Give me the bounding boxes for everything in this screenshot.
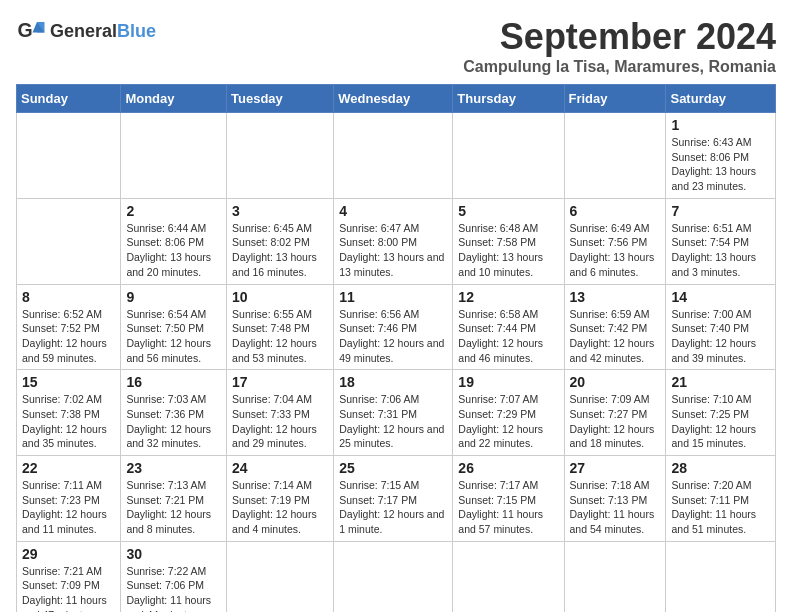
day-info: Sunrise: 6:56 AMSunset: 7:46 PMDaylight:… (339, 307, 447, 366)
calendar-day-13: 13Sunrise: 6:59 AMSunset: 7:42 PMDayligh… (564, 284, 666, 370)
calendar-day-26: 26Sunrise: 7:17 AMSunset: 7:15 PMDayligh… (453, 456, 564, 542)
day-info: Sunrise: 6:55 AMSunset: 7:48 PMDaylight:… (232, 307, 328, 366)
empty-cell (334, 541, 453, 612)
calendar-day-19: 19Sunrise: 7:07 AMSunset: 7:29 PMDayligh… (453, 370, 564, 456)
header-monday: Monday (121, 85, 227, 113)
calendar-day-10: 10Sunrise: 6:55 AMSunset: 7:48 PMDayligh… (227, 284, 334, 370)
empty-cell (453, 113, 564, 199)
calendar-week-3: 8Sunrise: 6:52 AMSunset: 7:52 PMDaylight… (17, 284, 776, 370)
month-title: September 2024 (463, 16, 776, 58)
day-info: Sunrise: 6:44 AMSunset: 8:06 PMDaylight:… (126, 221, 221, 280)
day-number: 8 (22, 289, 115, 305)
day-info: Sunrise: 7:20 AMSunset: 7:11 PMDaylight:… (671, 478, 770, 537)
empty-cell (227, 113, 334, 199)
day-info: Sunrise: 7:09 AMSunset: 7:27 PMDaylight:… (570, 392, 661, 451)
day-number: 2 (126, 203, 221, 219)
calendar-day-15: 15Sunrise: 7:02 AMSunset: 7:38 PMDayligh… (17, 370, 121, 456)
day-number: 7 (671, 203, 770, 219)
header-wednesday: Wednesday (334, 85, 453, 113)
calendar-table: SundayMondayTuesdayWednesdayThursdayFrid… (16, 84, 776, 612)
day-number: 21 (671, 374, 770, 390)
empty-cell (564, 113, 666, 199)
day-info: Sunrise: 7:10 AMSunset: 7:25 PMDaylight:… (671, 392, 770, 451)
day-number: 1 (671, 117, 770, 133)
day-info: Sunrise: 7:07 AMSunset: 7:29 PMDaylight:… (458, 392, 558, 451)
calendar-week-2: 2Sunrise: 6:44 AMSunset: 8:06 PMDaylight… (17, 198, 776, 284)
calendar-day-25: 25Sunrise: 7:15 AMSunset: 7:17 PMDayligh… (334, 456, 453, 542)
calendar-day-28: 28Sunrise: 7:20 AMSunset: 7:11 PMDayligh… (666, 456, 776, 542)
day-number: 12 (458, 289, 558, 305)
calendar-day-6: 6Sunrise: 6:49 AMSunset: 7:56 PMDaylight… (564, 198, 666, 284)
day-number: 9 (126, 289, 221, 305)
day-info: Sunrise: 7:22 AMSunset: 7:06 PMDaylight:… (126, 564, 221, 612)
header-tuesday: Tuesday (227, 85, 334, 113)
day-info: Sunrise: 6:59 AMSunset: 7:42 PMDaylight:… (570, 307, 661, 366)
calendar-day-21: 21Sunrise: 7:10 AMSunset: 7:25 PMDayligh… (666, 370, 776, 456)
day-number: 18 (339, 374, 447, 390)
empty-cell (17, 198, 121, 284)
day-info: Sunrise: 7:06 AMSunset: 7:31 PMDaylight:… (339, 392, 447, 451)
day-number: 6 (570, 203, 661, 219)
day-info: Sunrise: 7:13 AMSunset: 7:21 PMDaylight:… (126, 478, 221, 537)
calendar-day-16: 16Sunrise: 7:03 AMSunset: 7:36 PMDayligh… (121, 370, 227, 456)
day-number: 3 (232, 203, 328, 219)
day-number: 25 (339, 460, 447, 476)
logo: G General Blue (16, 16, 156, 46)
day-number: 4 (339, 203, 447, 219)
calendar-day-8: 8Sunrise: 6:52 AMSunset: 7:52 PMDaylight… (17, 284, 121, 370)
day-info: Sunrise: 6:58 AMSunset: 7:44 PMDaylight:… (458, 307, 558, 366)
calendar-day-30: 30Sunrise: 7:22 AMSunset: 7:06 PMDayligh… (121, 541, 227, 612)
calendar-day-7: 7Sunrise: 6:51 AMSunset: 7:54 PMDaylight… (666, 198, 776, 284)
header-saturday: Saturday (666, 85, 776, 113)
empty-cell (121, 113, 227, 199)
calendar-day-22: 22Sunrise: 7:11 AMSunset: 7:23 PMDayligh… (17, 456, 121, 542)
calendar-day-9: 9Sunrise: 6:54 AMSunset: 7:50 PMDaylight… (121, 284, 227, 370)
empty-cell (227, 541, 334, 612)
calendar-day-14: 14Sunrise: 7:00 AMSunset: 7:40 PMDayligh… (666, 284, 776, 370)
day-number: 15 (22, 374, 115, 390)
calendar-day-23: 23Sunrise: 7:13 AMSunset: 7:21 PMDayligh… (121, 456, 227, 542)
day-info: Sunrise: 7:02 AMSunset: 7:38 PMDaylight:… (22, 392, 115, 451)
day-info: Sunrise: 6:52 AMSunset: 7:52 PMDaylight:… (22, 307, 115, 366)
location-title: Campulung la Tisa, Maramures, Romania (463, 58, 776, 76)
day-info: Sunrise: 7:00 AMSunset: 7:40 PMDaylight:… (671, 307, 770, 366)
calendar-day-11: 11Sunrise: 6:56 AMSunset: 7:46 PMDayligh… (334, 284, 453, 370)
empty-cell (564, 541, 666, 612)
day-number: 23 (126, 460, 221, 476)
day-info: Sunrise: 6:47 AMSunset: 8:00 PMDaylight:… (339, 221, 447, 280)
day-number: 14 (671, 289, 770, 305)
calendar-day-24: 24Sunrise: 7:14 AMSunset: 7:19 PMDayligh… (227, 456, 334, 542)
empty-cell (17, 113, 121, 199)
day-info: Sunrise: 6:43 AMSunset: 8:06 PMDaylight:… (671, 135, 770, 194)
calendar-day-3: 3Sunrise: 6:45 AMSunset: 8:02 PMDaylight… (227, 198, 334, 284)
day-info: Sunrise: 7:18 AMSunset: 7:13 PMDaylight:… (570, 478, 661, 537)
logo-text-blue: Blue (117, 21, 156, 42)
day-info: Sunrise: 7:21 AMSunset: 7:09 PMDaylight:… (22, 564, 115, 612)
day-number: 17 (232, 374, 328, 390)
calendar-week-6: 29Sunrise: 7:21 AMSunset: 7:09 PMDayligh… (17, 541, 776, 612)
day-number: 24 (232, 460, 328, 476)
day-number: 13 (570, 289, 661, 305)
day-info: Sunrise: 7:15 AMSunset: 7:17 PMDaylight:… (339, 478, 447, 537)
day-number: 20 (570, 374, 661, 390)
day-info: Sunrise: 6:49 AMSunset: 7:56 PMDaylight:… (570, 221, 661, 280)
day-info: Sunrise: 6:54 AMSunset: 7:50 PMDaylight:… (126, 307, 221, 366)
day-number: 26 (458, 460, 558, 476)
calendar-day-1: 1Sunrise: 6:43 AMSunset: 8:06 PMDaylight… (666, 113, 776, 199)
header-sunday: Sunday (17, 85, 121, 113)
logo-icon: G (16, 16, 46, 46)
calendar-day-18: 18Sunrise: 7:06 AMSunset: 7:31 PMDayligh… (334, 370, 453, 456)
day-number: 16 (126, 374, 221, 390)
calendar-day-5: 5Sunrise: 6:48 AMSunset: 7:58 PMDaylight… (453, 198, 564, 284)
header: G General Blue September 2024 Campulung … (16, 16, 776, 76)
day-info: Sunrise: 7:14 AMSunset: 7:19 PMDaylight:… (232, 478, 328, 537)
calendar-header-row: SundayMondayTuesdayWednesdayThursdayFrid… (17, 85, 776, 113)
empty-cell (334, 113, 453, 199)
calendar-week-4: 15Sunrise: 7:02 AMSunset: 7:38 PMDayligh… (17, 370, 776, 456)
logo-text-general: General (50, 21, 117, 42)
day-number: 10 (232, 289, 328, 305)
day-info: Sunrise: 6:45 AMSunset: 8:02 PMDaylight:… (232, 221, 328, 280)
day-number: 29 (22, 546, 115, 562)
day-number: 5 (458, 203, 558, 219)
calendar-day-29: 29Sunrise: 7:21 AMSunset: 7:09 PMDayligh… (17, 541, 121, 612)
